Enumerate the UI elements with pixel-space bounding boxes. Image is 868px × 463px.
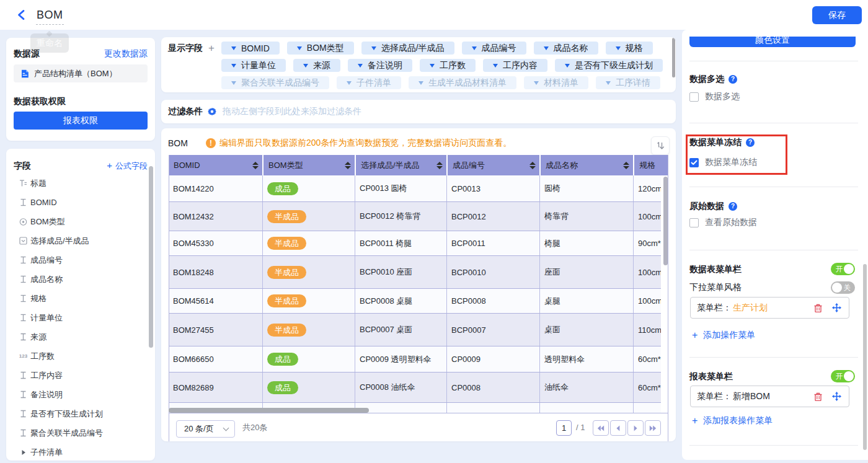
field-item-聚合关联半成品编号[interactable]: 聚合关联半成品编号	[6, 423, 155, 443]
sort-arrows-icon[interactable]	[623, 162, 629, 169]
table-menu-item[interactable]: 菜单栏： 生产计划	[690, 297, 849, 319]
field-item-成品编号[interactable]: 成品编号	[6, 250, 155, 270]
number-icon: 123	[19, 352, 27, 361]
display-field-chip-是否有下级生成计划[interactable]: 是否有下级生成计划	[555, 59, 663, 72]
display-field-chip-选择成品/半成品[interactable]: 选择成品/半成品	[361, 42, 454, 55]
add-display-field-button[interactable]: +	[208, 42, 215, 55]
field-item-计量单位[interactable]: 计量单位	[6, 308, 155, 327]
field-item-BOM类型[interactable]: BOM类型	[6, 212, 155, 231]
column-header-成品名称[interactable]: 成品名称	[539, 155, 633, 175]
sort-arrows-icon[interactable]	[529, 162, 536, 169]
field-item-备注说明[interactable]: 备注说明	[6, 385, 155, 404]
page-size-select[interactable]: 20 条/页	[176, 420, 235, 438]
field-item-成品名称[interactable]: 成品名称	[6, 270, 155, 289]
table-menu-toggle[interactable]: 开	[831, 263, 855, 275]
column-header-BOMID[interactable]: BOMID	[169, 155, 262, 175]
table-cell: 100cm*	[633, 256, 661, 288]
field-item-选择成品/半成品[interactable]: 选择成品/半成品	[6, 231, 155, 250]
display-field-chip-BOM类型[interactable]: BOM类型	[287, 42, 354, 55]
settings-scrollbar[interactable]	[863, 264, 867, 450]
back-icon[interactable]	[15, 9, 27, 21]
datasource-item[interactable]: 产品结构清单（BOM）	[14, 64, 148, 82]
table-row[interactable]: BOM45614半成品BCP0008 桌腿BCP0008桌腿100cm*	[169, 289, 661, 314]
display-field-chip-备注说明[interactable]: 备注说明	[348, 59, 412, 72]
column-header-选择成品/半成品[interactable]: 选择成品/半成品	[355, 155, 446, 175]
table-cell: BCP0007	[446, 314, 539, 346]
page-number-input[interactable]	[556, 420, 572, 436]
change-datasource-link[interactable]: 更改数据源	[104, 48, 148, 60]
first-page-button[interactable]	[593, 420, 609, 436]
report-permission-button[interactable]: 报表权限	[14, 112, 148, 130]
sort-button[interactable]	[651, 136, 670, 155]
trash-icon[interactable]	[814, 392, 822, 401]
multi-select-checkbox-row[interactable]: 数据多选	[689, 91, 740, 102]
field-item-工序内容[interactable]: 工序内容	[6, 366, 155, 385]
field-item-规格[interactable]: 规格	[6, 289, 155, 308]
column-header-成品编号[interactable]: 成品编号	[446, 155, 539, 175]
field-item-来源[interactable]: 来源	[6, 327, 155, 346]
report-menu-item[interactable]: 菜单栏： 新增BOM	[690, 386, 849, 407]
column-header-规格[interactable]: 规格	[633, 155, 668, 175]
table-row[interactable]: BOM27455半成品BCP0007 桌面BCP0007桌面110cm*	[169, 314, 661, 346]
column-header-BOM类型[interactable]: BOM类型	[262, 155, 355, 175]
display-field-chip-成品名称[interactable]: 成品名称	[534, 42, 598, 55]
gear-icon[interactable]	[208, 107, 216, 116]
field-item-BOMID[interactable]: BOMID	[6, 193, 155, 212]
display-field-chip-工序详情[interactable]: 工序详情	[596, 76, 660, 89]
table-cell	[446, 403, 539, 413]
help-icon[interactable]: ?	[728, 202, 737, 211]
color-settings-button[interactable]: 颜色设置	[689, 37, 856, 47]
prev-page-button[interactable]	[610, 420, 626, 436]
help-icon[interactable]: ?	[728, 75, 737, 84]
add-formula-field-link[interactable]: +公式字段	[107, 160, 148, 172]
next-page-button[interactable]	[627, 420, 644, 436]
display-field-chip-计量单位[interactable]: 计量单位	[221, 59, 286, 72]
save-button[interactable]: 保存	[812, 6, 862, 24]
table-row[interactable]: BOM12432半成品BCP0012 椅靠背BCP0012椅靠背100cm*	[169, 202, 661, 231]
field-item-标题[interactable]: 标题	[6, 174, 155, 193]
display-field-chip-规格[interactable]: 规格	[606, 42, 653, 55]
display-field-chip-来源[interactable]: 来源	[293, 59, 340, 72]
dropdown-style-toggle[interactable]: 关	[831, 281, 855, 294]
table-cell: 椅腿	[539, 231, 633, 255]
sort-arrows-icon[interactable]	[252, 162, 259, 169]
table-cell: 半成品	[262, 231, 355, 255]
table-row[interactable]: BOM45330半成品BCP0011 椅腿BCP0011椅腿90cm*9	[169, 231, 661, 256]
display-field-chip-子件清单[interactable]: 子件清单	[337, 76, 401, 89]
display-field-chip-工序数[interactable]: 工序数	[420, 59, 476, 72]
radio-icon	[19, 218, 27, 226]
trash-icon[interactable]	[814, 304, 822, 312]
table-row[interactable]: BOM82689成品CP0008 油纸伞CP0008油纸伞60cm*6	[169, 373, 661, 403]
move-icon[interactable]	[832, 392, 841, 401]
add-report-menu-link[interactable]: + 添加报表操作菜单	[692, 415, 773, 426]
display-field-chip-BOMID[interactable]: BOMID	[221, 42, 280, 55]
table-horizontal-scrollbar[interactable]	[169, 408, 369, 413]
display-fields-scrollbar[interactable]	[672, 38, 675, 77]
last-page-icon	[649, 425, 657, 431]
display-field-chip-聚合关联半成品编号[interactable]: 聚合关联半成品编号	[221, 76, 329, 89]
field-item-label: 工序数	[30, 351, 55, 362]
display-field-chip-成品编号[interactable]: 成品编号	[462, 42, 526, 55]
table-vertical-scrollbar[interactable]	[663, 177, 668, 265]
field-item-是否有下级生成计划[interactable]: 是否有下级生成计划	[6, 404, 155, 423]
display-field-chip-工序内容[interactable]: 工序内容	[483, 59, 547, 72]
table-row[interactable]: BOM66650成品CP0009 透明塑料伞CP0009透明塑料伞60cm*6	[169, 346, 661, 373]
help-icon[interactable]: ?	[746, 138, 755, 147]
sort-arrows-icon[interactable]	[436, 162, 443, 169]
field-item-子件清单[interactable]: 子件清单	[6, 443, 155, 461]
report-menu-toggle[interactable]: 开	[831, 370, 855, 382]
add-menu-link[interactable]: + 添加操作菜单	[692, 330, 755, 341]
table-row[interactable]: BOM14220成品CP0013 圆椅CP0013圆椅120cm*	[169, 175, 661, 202]
table-row[interactable]: BOM18248半成品BCP0010 座面BCP0010座面100cm*	[169, 256, 661, 289]
move-icon[interactable]	[832, 303, 841, 312]
field-item-工序数[interactable]: 123工序数	[6, 346, 155, 366]
display-field-chip-材料清单[interactable]: 材料清单	[524, 76, 588, 89]
fields-scrollbar[interactable]	[149, 166, 153, 348]
table-cell: 60cm*6	[633, 346, 661, 372]
sort-arrows-icon[interactable]	[345, 162, 351, 169]
display-field-chip-生成半成品材料清单[interactable]: 生成半成品材料清单	[409, 76, 516, 89]
menu-freeze-checkbox-row[interactable]: 数据菜单冻结	[689, 157, 757, 168]
page-title[interactable]: BOM	[37, 9, 63, 22]
last-page-button[interactable]	[645, 420, 661, 436]
raw-data-checkbox-row[interactable]: 查看原始数据	[689, 217, 757, 228]
